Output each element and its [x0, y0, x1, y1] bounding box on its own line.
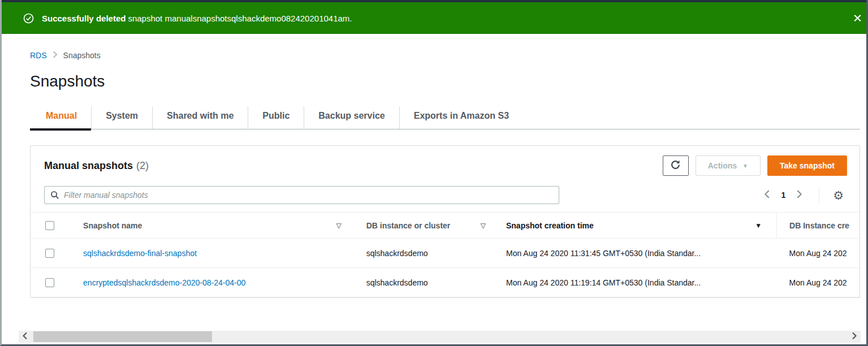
chevron-left-icon — [763, 189, 771, 201]
table-row: sqlshackrdsdemo-final-snapshot sqlshackr… — [31, 239, 860, 268]
snapshots-table: Snapshot name ▽ DB instance or cluster ▽ — [31, 212, 860, 297]
column-header-creation-time[interactable]: Snapshot creation time ▼ — [495, 213, 777, 239]
success-banner: Successfully deletedsnapshot manualsnaps… — [2, 2, 866, 34]
toolbar-divider — [819, 187, 819, 204]
column-label: Snapshot creation time — [506, 221, 594, 230]
actions-button[interactable]: Actions ▼ — [696, 155, 761, 176]
tab-manual[interactable]: Manual — [30, 106, 92, 129]
column-label: DB instance or cluster — [366, 221, 451, 230]
breadcrumb: RDS Snapshots — [30, 51, 860, 60]
chevron-right-icon — [52, 51, 58, 59]
search-box — [44, 186, 559, 204]
table-header-row: Snapshot name ▽ DB instance or cluster ▽ — [31, 213, 860, 239]
column-label: DB Instance cre — [789, 221, 849, 230]
gear-icon[interactable]: ⚙ — [830, 189, 847, 201]
banner-message-rest: snapshot manualsnapshotsqlshackdemo08242… — [128, 14, 352, 23]
main-content: RDS Snapshots Snapshots Manual System Sh… — [2, 34, 866, 298]
row-checkbox[interactable] — [45, 249, 54, 258]
horizontal-scrollbar — [19, 331, 861, 343]
app-window: Successfully deletedsnapshot manualsnaps… — [0, 0, 868, 346]
row-checkbox[interactable] — [45, 278, 54, 287]
current-page-number: 1 — [778, 191, 789, 200]
panel-header: Manual snapshots(2) Actions ▼ — [31, 146, 860, 183]
refresh-icon — [670, 159, 681, 172]
previous-page-button[interactable] — [759, 187, 775, 203]
creation-time-cell: Mon Aug 24 2020 11:19:14 GMT+0530 (India… — [495, 268, 777, 297]
select-all-checkbox[interactable] — [45, 221, 54, 230]
column-header-db-instance[interactable]: DB instance or cluster ▽ — [356, 213, 495, 239]
tab-bar: Manual System Shared with me Public Back… — [30, 106, 860, 129]
panel-title-text: Manual snapshots — [44, 160, 133, 171]
tab-public[interactable]: Public — [248, 106, 304, 129]
close-icon[interactable] — [850, 11, 865, 26]
panel-toolbar: Actions ▼ Take snapshot — [663, 155, 847, 176]
filter-row: 1 ⚙ — [31, 183, 860, 212]
sort-icon[interactable]: ▽ — [481, 222, 486, 230]
banner-message-bold: Successfully deleted — [42, 14, 126, 23]
banner-message: Successfully deletedsnapshot manualsnaps… — [42, 14, 352, 23]
chevron-right-icon — [852, 332, 857, 341]
sort-descending-icon[interactable]: ▼ — [755, 222, 762, 230]
scrollbar-track[interactable] — [31, 331, 848, 343]
tab-backup-service[interactable]: Backup service — [304, 106, 399, 129]
page-title: Snapshots — [30, 72, 860, 90]
column-header-db-instance-created[interactable]: DB Instance cre — [777, 213, 860, 239]
table-row: encryptedsqlshackrdsdemo-2020-08-24-04-0… — [31, 268, 860, 297]
column-label: Snapshot name — [83, 221, 142, 230]
pagination: 1 ⚙ — [759, 187, 847, 204]
db-instance-created-cell: Mon Aug 24 202 — [777, 268, 860, 297]
db-instance-cell: sqlshackrdsdemo — [356, 239, 495, 268]
db-instance-created-cell: Mon Aug 24 202 — [777, 239, 860, 268]
take-snapshot-button[interactable]: Take snapshot — [767, 155, 847, 176]
sort-icon[interactable]: ▽ — [336, 222, 341, 230]
scroll-left-button[interactable] — [19, 331, 31, 343]
tab-exports-in-amazon-s3[interactable]: Exports in Amazon S3 — [400, 106, 523, 129]
chevron-down-icon: ▼ — [742, 163, 748, 169]
column-header-snapshot-name[interactable]: Snapshot name ▽ — [68, 213, 356, 239]
refresh-button[interactable] — [663, 155, 689, 176]
breadcrumb-current: Snapshots — [63, 51, 101, 60]
panel-title: Manual snapshots(2) — [44, 160, 149, 172]
scroll-right-button[interactable] — [848, 331, 861, 343]
tab-shared-with-me[interactable]: Shared with me — [153, 106, 248, 129]
actions-button-label: Actions — [708, 161, 737, 170]
breadcrumb-rds-link[interactable]: RDS — [30, 51, 47, 60]
db-instance-cell: sqlshackrdsdemo — [356, 268, 495, 297]
filter-snapshots-input[interactable] — [44, 186, 559, 204]
check-circle-icon — [23, 13, 34, 24]
creation-time-cell: Mon Aug 24 2020 11:31:45 GMT+0530 (India… — [495, 239, 777, 268]
scrollbar-thumb[interactable] — [33, 331, 212, 342]
tab-system[interactable]: System — [92, 106, 153, 129]
panel-count: (2) — [136, 160, 149, 171]
snapshot-name-link[interactable]: sqlshackrdsdemo-final-snapshot — [83, 249, 197, 258]
snapshot-name-link[interactable]: encryptedsqlshackrdsdemo-2020-08-24-04-0… — [83, 278, 245, 287]
chevron-left-icon — [22, 332, 28, 341]
next-page-button[interactable] — [791, 187, 807, 203]
manual-snapshots-panel: Manual snapshots(2) Actions ▼ — [30, 145, 860, 298]
chevron-right-icon — [796, 189, 803, 201]
